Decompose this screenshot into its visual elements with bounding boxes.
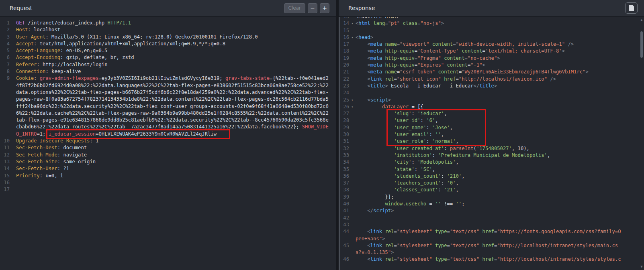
code-line: 15 <box>339 27 644 34</box>
response-panel: Response 13<!DOCTYPE html>14▾<html lang=… <box>339 0 644 270</box>
code-line: data.options%22%2C%22tab-flex-pages-b667… <box>0 89 336 96</box>
code-line: 14▾<html lang="pt" class="no-js"> <box>339 20 644 27</box>
clear-button[interactable]: Clear <box>284 3 305 13</box>
add-button[interactable]: + <box>320 3 329 13</box>
code-line: tab-flex-pages-e91e6348157868de9dd8b25c8… <box>0 117 336 124</box>
code-line: 20 <meta http-equiv="Expires" content="-… <box>339 62 644 69</box>
code-line: 17 <meta name="viewport" content="width=… <box>339 41 644 48</box>
code-line: 17 <box>0 186 336 193</box>
code-line: 6%22:%22data.cache%22%2C%22tab-flex-page… <box>0 110 336 117</box>
code-line: 46 <link rel="stylesheet" type="text/css… <box>339 256 644 263</box>
code-line: 42 <box>339 215 644 221</box>
code-line: 32 'user_created_at': parseInt('17548050… <box>339 145 644 152</box>
code-line: 39 }]; <box>339 194 644 201</box>
code-line: 43 <box>339 221 644 228</box>
code-line: 33 'institution': 'Prefeitura Municipal … <box>339 152 644 159</box>
response-title: Response <box>348 5 375 11</box>
code-line: 41 </script> <box>339 207 644 214</box>
code-line: 27 'slug': 'ieducar', <box>339 110 644 117</box>
code-line: 3User-Agent: Mozilla/5.0 (X11; Linux x86… <box>0 34 336 41</box>
code-line: 29 'user_name': 'Jose', <box>339 124 644 131</box>
response-scrollbar: ▲ ▼ <box>640 18 644 270</box>
code-line: 25▾ <script> <box>339 97 644 104</box>
code-line: 30 'user_email': '', <box>339 131 644 138</box>
code-line: 13<!DOCTYPE html> <box>339 17 644 20</box>
panel-divider[interactable] <box>336 0 339 270</box>
request-title: Request <box>10 5 32 11</box>
request-header: Request Clear − + <box>0 0 336 17</box>
code-line: 16 <box>0 179 336 186</box>
code-line: 21 <meta name="csrf-token" content="Wy20… <box>339 69 644 75</box>
code-line: 38 'classes_count': '21', <box>339 187 644 193</box>
file-icon <box>629 5 634 11</box>
code-line: 16▾<head> <box>339 34 644 41</box>
code-line: 7Referer: http://localhost/login <box>0 61 336 68</box>
code-line: 28 'user_id': '6', <box>339 117 644 124</box>
code-line: 13Sec-Fetch-Site: same-origin <box>0 158 336 165</box>
code-line: 4Accept: text/html,application/xhtml+xml… <box>0 41 336 47</box>
code-line: 36 'students_count': '210', <box>339 173 644 180</box>
code-line: cbabd66%22:%22data_routes%22%2C%22tab--7… <box>0 124 336 130</box>
code-line: 22 <link rel="shortcut icon" href="http:… <box>339 76 644 83</box>
code-line: fff24ba90dc%22:%22data.security%22%2C%22… <box>0 103 336 110</box>
code-line: 45 <link rel="stylesheet" type="text/css… <box>339 242 644 249</box>
code-line: 10Upgrade-Insecure-Requests: 1 <box>0 138 336 144</box>
code-line: pages-raw-8f0a83a672754f7823714134334b1d… <box>0 96 336 103</box>
code-line: 1GET /intranet/educar_index.php HTTP/1.1 <box>0 20 336 26</box>
code-line: 11Sec-Fetch-Dest: document <box>0 144 336 151</box>
scroll-down-icon[interactable]: ▼ <box>640 265 643 268</box>
code-line: 4f87f2b6b02fd6924d0a08%22:%22data.langua… <box>0 82 336 89</box>
export-file-button[interactable] <box>625 2 638 14</box>
code-line: 37 'teachers_count': '0', <box>339 180 644 187</box>
code-line: 18 <meta http-equiv='Content-Type' conte… <box>339 48 644 55</box>
code-line: 19 <meta http-equiv="Pragma" content="no… <box>339 55 644 62</box>
code-line: 14Sec-Fetch-User: ?1 <box>0 165 336 172</box>
code-line: 24 <box>339 89 644 96</box>
request-editor[interactable]: 1GET /intranet/educar_index.php HTTP/1.1… <box>0 17 336 270</box>
code-line: 8Connection: keep-alive <box>0 68 336 75</box>
code-line: 31 'user_role': 'normal', <box>339 138 644 145</box>
request-panel: Request Clear − + 1GET /intranet/educar_… <box>0 0 336 270</box>
response-header: Response <box>339 0 644 17</box>
code-line: 23 <title> Escola - i-Educar - i-Educar<… <box>339 83 644 89</box>
code-line: 2Host: localhost <box>0 26 336 33</box>
code-line: O_INTRO=1; i_educar_session=OHLVLXEWUAK4… <box>0 131 336 138</box>
code-line: 35 'state': 'SC', <box>339 166 644 173</box>
code-line: 9Cookie: grav-admin-flexpages=eyJyb3V0ZS… <box>0 75 336 82</box>
code-line: pen+Sans"> <box>339 235 644 242</box>
code-line: 15Priority: u=0, i <box>0 173 336 179</box>
code-line: 44 <link rel="stylesheet" type="text/css… <box>339 228 644 235</box>
scroll-up-icon[interactable]: ▲ <box>640 18 643 22</box>
code-line: 40 window.useEcho = '' !== ''; <box>339 201 644 207</box>
code-line: 26▾ dataLayer = [{ <box>339 104 644 110</box>
code-line: 34 'city': 'Modelópolis', <box>339 159 644 166</box>
scrollbar-thumb[interactable] <box>640 31 643 58</box>
code-line: s?v=0.1.135"> <box>339 249 644 256</box>
collapse-button[interactable]: − <box>308 3 317 13</box>
code-line: 6Accept-Encoding: gzip, deflate, br, zst… <box>0 54 336 61</box>
code-line: 5Accept-Language: en-US,en;q=0.5 <box>0 47 336 54</box>
response-viewer[interactable]: 13<!DOCTYPE html>14▾<html lang="pt" clas… <box>339 17 644 270</box>
code-line: 12Sec-Fetch-Mode: navigate <box>0 152 336 158</box>
